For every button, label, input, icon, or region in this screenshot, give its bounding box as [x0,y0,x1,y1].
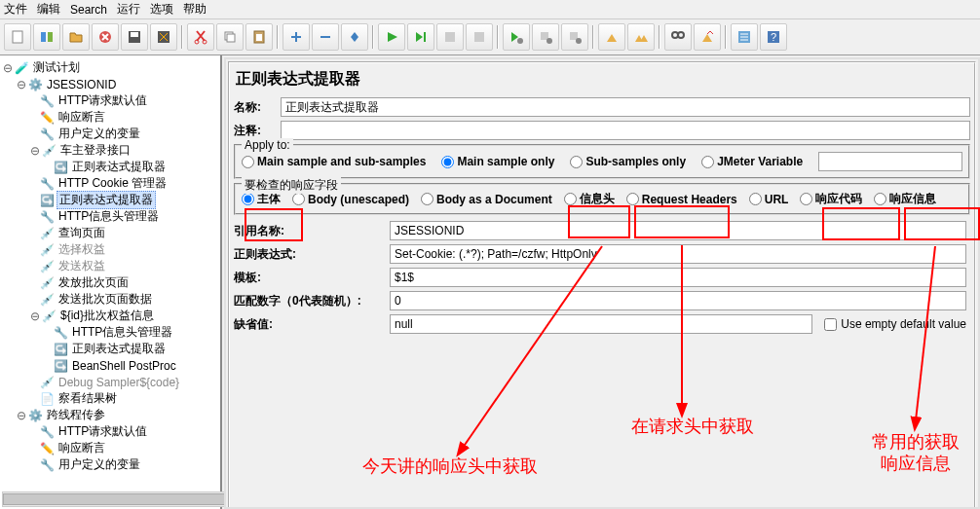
comment-label: 注释: [234,123,281,139]
field-headers-radio[interactable] [564,193,577,205]
tree-node-selected[interactable]: 正则表达式提取器 [57,191,156,209]
paste-button[interactable] [245,23,273,51]
open-button[interactable] [62,23,90,51]
remote-start-button[interactable] [503,23,530,51]
ref-name-label: 引用名称: [234,219,390,242]
collapse-button[interactable] [312,23,339,51]
tree-toggle[interactable]: ⊖ [29,144,41,158]
help-button[interactable]: ? [760,23,787,51]
tree-toggle[interactable]: ⊖ [16,78,27,91]
apply-jmeter-var-radio[interactable] [701,156,714,168]
comment-input[interactable] [281,121,970,140]
svg-rect-5 [131,32,138,37]
menu-run[interactable]: 运行 [117,1,140,18]
tree-toggle[interactable]: ⊖ [29,309,41,323]
menu-file[interactable]: 文件 [4,1,27,18]
field-response-code-radio[interactable] [800,193,812,205]
field-response-message-radio[interactable] [874,193,886,205]
template-input[interactable] [390,268,966,287]
regex-input[interactable] [390,244,966,264]
field-request-headers-radio[interactable] [626,193,639,205]
field-url-radio[interactable] [749,193,762,205]
tree-node[interactable]: 发放批次页面 [57,274,131,291]
tree-node[interactable]: HTTP Cookie 管理器 [57,175,169,192]
apply-main-only-radio[interactable] [441,156,454,168]
tree-toggle[interactable]: ⊖ [2,61,14,75]
tree-root[interactable]: 测试计划 [31,59,82,76]
tree-node[interactable]: ${id}批次权益信息 [58,308,156,324]
menu-options[interactable]: 选项 [150,1,173,18]
tree-node-disabled[interactable]: 发送权益 [57,258,107,274]
tree-node-disabled[interactable]: Debug Sampler${code} [57,376,181,389]
tree-node[interactable]: 正则表达式提取器 [70,159,168,175]
reset-search-button[interactable] [694,23,721,51]
page-icon: 📄 [39,391,55,407]
field-url-label: URL [765,193,789,206]
field-body-unescaped-radio[interactable] [292,193,305,205]
toggle-button[interactable] [341,23,368,51]
tree-node[interactable]: JSESSIONID [45,78,118,91]
search-button[interactable] [664,23,692,51]
menu-edit[interactable]: 编辑 [37,1,60,18]
apply-sub-only-radio[interactable] [570,156,583,168]
tree-scrollbar[interactable] [2,491,222,507]
close-button[interactable] [92,23,119,51]
pipette-icon: 💉 [39,259,55,274]
tree-node[interactable]: 用户定义的变量 [57,456,142,473]
remote-shutdown-button[interactable] [561,23,588,51]
field-body-doc-radio[interactable] [421,193,433,205]
function-helper-button[interactable] [731,23,758,51]
gear-icon: ⚙️ [27,77,43,92]
expand-button[interactable] [283,23,310,51]
copy-button[interactable] [216,23,244,51]
field-body-doc-label: Body as a Document [436,193,552,206]
wrench-icon: 🔧 [39,424,55,440]
tree-node[interactable]: 发送批次页面数据 [57,291,154,308]
remote-stop-button[interactable] [532,23,559,51]
use-empty-checkbox[interactable] [824,318,837,331]
field-response-message-label: 响应信息 [889,191,936,207]
tree-toggle[interactable]: ⊖ [16,409,27,422]
default-input[interactable] [390,314,812,334]
tree-node[interactable]: BeanShell PostProc [70,359,178,373]
tree-node[interactable]: 察看结果树 [57,390,119,407]
menu-help[interactable]: 帮助 [183,1,207,18]
apply-jmeter-var-label: JMeter Variable [717,155,803,168]
save-button[interactable] [121,23,148,51]
svg-rect-10 [227,34,235,42]
tree-node[interactable]: 响应断言 [57,440,107,456]
save-as-button[interactable] [150,23,177,51]
start-no-pause-button[interactable] [407,23,434,51]
tree-node[interactable]: HTTP请求默认值 [57,92,149,109]
tree-node-disabled[interactable]: 选择权益 [57,241,107,258]
clear-all-button[interactable] [627,23,655,51]
jmeter-variable-input[interactable] [818,152,962,171]
tree-panel[interactable]: ⊖🧪测试计划 ⊖⚙️JSESSIONID 🔧HTTP请求默认值 ✏️响应断言 🔧… [0,55,222,509]
menu-search[interactable]: Search [70,3,107,17]
tree-node[interactable]: 响应断言 [57,109,107,126]
field-response-code-label: 响应代码 [815,191,862,207]
tree-node[interactable]: 查询页面 [57,225,107,241]
tree-node[interactable]: 车主登录接口 [58,142,132,159]
new-file-button[interactable] [4,23,31,51]
match-no-input[interactable] [390,291,966,310]
tree-node[interactable]: 正则表达式提取器 [70,341,168,357]
templates-button[interactable] [33,23,60,51]
cut-button[interactable] [187,23,214,51]
start-button[interactable] [378,23,405,51]
shutdown-button[interactable] [466,23,493,51]
apply-main-sub-radio[interactable] [242,156,254,168]
clear-button[interactable] [598,23,625,51]
name-input[interactable] [281,97,970,117]
ref-name-input[interactable] [390,221,966,240]
tree-node[interactable]: HTTP信息头管理器 [70,324,174,341]
field-body-radio[interactable] [242,193,254,205]
tree-node[interactable]: HTTP信息头管理器 [57,208,161,225]
svg-rect-19 [570,32,578,40]
pipette-icon: 💉 [41,143,57,159]
panel-title: 正则表达式提取器 [236,69,968,90]
tree-node[interactable]: HTTP请求默认值 [57,423,149,440]
tree-node[interactable]: 跨线程传参 [45,407,107,423]
tree-node[interactable]: 用户定义的变量 [57,126,142,142]
stop-button[interactable] [436,23,464,51]
